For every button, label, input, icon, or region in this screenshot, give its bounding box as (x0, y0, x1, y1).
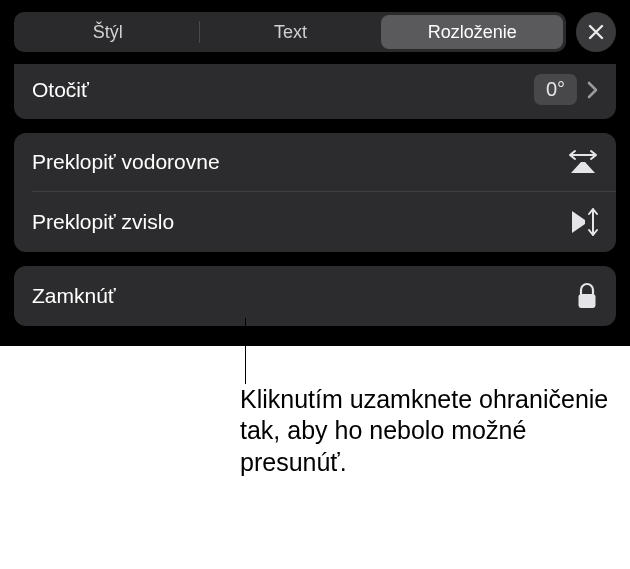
lock-group: Zamknúť (14, 266, 616, 326)
lock-label: Zamknúť (32, 284, 116, 308)
callout-text: Kliknutím uzamknete ohraničenie tak, aby… (240, 384, 630, 478)
flip-horizontal-label: Preklopiť vodorovne (32, 150, 220, 174)
tab-style[interactable]: Štýl (17, 15, 199, 49)
rotate-right: 0° (534, 74, 598, 105)
chevron-right-icon (587, 81, 598, 99)
svg-rect-0 (579, 294, 596, 308)
flip-group: Preklopiť vodorovne Preklopiť zvislo (14, 133, 616, 252)
close-icon (588, 24, 604, 40)
flip-horizontal-icon (568, 149, 598, 175)
lock-row[interactable]: Zamknúť (14, 266, 616, 326)
callout: Kliknutím uzamknete ohraničenie tak, aby… (0, 346, 630, 478)
flip-horizontal-row[interactable]: Preklopiť vodorovne (14, 133, 616, 191)
flip-vertical-icon (568, 208, 598, 236)
rotate-row[interactable]: Otočiť 0° (14, 64, 616, 119)
tab-segmented-control: Štýl Text Rozloženie (14, 12, 566, 52)
tab-text[interactable]: Text (200, 15, 382, 49)
callout-leader-line (245, 318, 246, 384)
rotate-value: 0° (534, 74, 577, 105)
tab-layout[interactable]: Rozloženie (381, 15, 563, 49)
flip-vertical-row[interactable]: Preklopiť zvislo (14, 192, 616, 252)
inspector-panel: Štýl Text Rozloženie Otočiť 0° (0, 0, 630, 346)
flip-vertical-label: Preklopiť zvislo (32, 210, 174, 234)
lock-icon (576, 282, 598, 310)
top-bar: Štýl Text Rozloženie (14, 12, 616, 52)
close-button[interactable] (576, 12, 616, 52)
rotate-label: Otočiť (32, 78, 89, 102)
rotate-group: Otočiť 0° (14, 64, 616, 119)
